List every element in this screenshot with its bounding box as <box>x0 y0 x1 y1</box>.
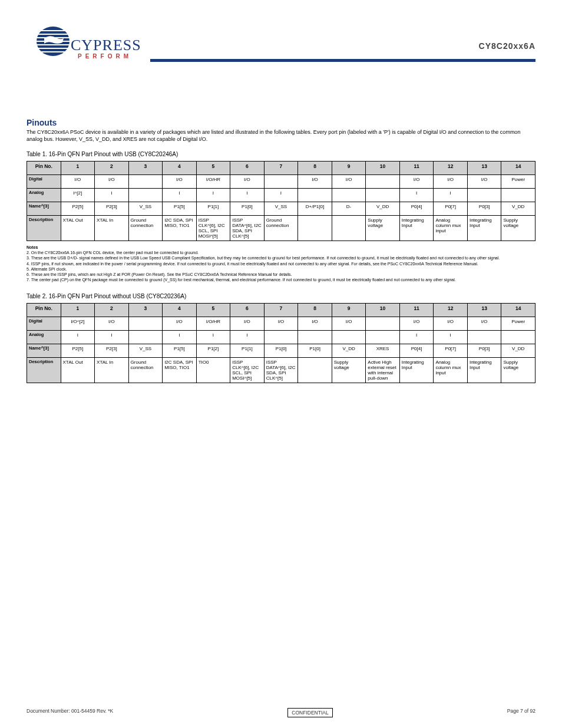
col-header: 1 <box>61 162 95 175</box>
col-header: 11 <box>399 162 434 175</box>
table-cell: I <box>95 189 129 202</box>
table-cell: P2[5] <box>61 344 95 357</box>
table-cell: Integrating Input <box>399 357 434 383</box>
table-cell: XTAL Out <box>61 357 95 383</box>
table-cell: I/O <box>163 317 197 330</box>
page: CYPRESS PERFORM CY8C20xx6A Pinouts The C… <box>0 0 562 728</box>
table-cell <box>366 175 400 189</box>
table-cell: Supply voltage <box>501 216 535 241</box>
page-footer: Document Number: 001-54459 Rev. *K CONFI… <box>27 708 535 717</box>
table-cell: I <box>434 330 468 344</box>
table-cell: Supply voltage <box>501 357 535 383</box>
table-cell <box>366 317 400 330</box>
table-cell: I <box>434 189 468 202</box>
section-description: The CY8C20xx6A PSoC device is available … <box>27 129 535 143</box>
table-cell: P0[3] <box>467 344 501 357</box>
col-header: 9 <box>332 303 366 317</box>
table-cell: I <box>196 189 230 202</box>
row-header: Analog <box>27 189 61 202</box>
col-header: 13 <box>467 162 501 175</box>
tagline-text: PERFORM <box>78 53 132 60</box>
table-cell: P1[2] <box>196 344 230 357</box>
table-cell: V_DD <box>366 202 400 216</box>
table-cell <box>467 189 501 202</box>
pinout-table: Pin No.1234567891011121314DigitalI/O^[2]… <box>27 303 535 383</box>
table-cell: P2[5] <box>61 202 95 216</box>
table-cell: P1[0] <box>230 202 265 216</box>
table-cell: P1[5] <box>163 202 197 216</box>
table-cell: I/O <box>399 317 434 330</box>
table-cell: P1[0] <box>298 344 332 357</box>
table-cell: I/O <box>61 175 95 189</box>
col-header: 1 <box>61 303 95 317</box>
row-header: Name^[3] <box>27 202 61 216</box>
col-header: 2 <box>95 162 129 175</box>
table-cell: Active High external reset with internal… <box>366 357 400 383</box>
col-header: 14 <box>501 162 535 175</box>
table-cell: P1[1] <box>230 344 265 357</box>
col-header: 3 <box>128 162 163 175</box>
col-header: 5 <box>196 303 230 317</box>
table-cell: Supply voltage <box>332 357 366 383</box>
col-header: 4 <box>163 162 197 175</box>
table-cell <box>332 216 366 241</box>
table-cell: I^[2] <box>61 189 95 202</box>
col-header: 12 <box>434 162 468 175</box>
table-cell: I/O <box>298 175 332 189</box>
col-header: 5 <box>196 162 230 175</box>
table-cell: I/O <box>467 317 501 330</box>
table-cell: I/O/HR <box>196 175 230 189</box>
table-cell: I/O^[2] <box>61 317 95 330</box>
col-header: 11 <box>399 303 434 317</box>
table-cell: I <box>61 330 95 344</box>
table-cell: I/O <box>95 317 129 330</box>
row-header: Description <box>27 216 61 241</box>
table-cell: I <box>230 330 265 344</box>
table-cell: Integrating Input <box>467 357 501 383</box>
col-header: 3 <box>128 303 163 317</box>
table-cell: XTAL Out <box>61 216 95 241</box>
table-cell: I/O <box>95 175 129 189</box>
table-cell: I/O/HR <box>196 317 230 330</box>
table-cell: P1[1] <box>196 202 230 216</box>
page-header: CYPRESS PERFORM CY8C20xx6A <box>27 24 535 77</box>
table-cell: V_SS <box>264 202 298 216</box>
row-header: Description <box>27 357 61 383</box>
footer-pagenum: Page 7 of 92 <box>507 708 535 717</box>
table-cell: ISSP DATA^[6], I2C SDA, SPI CLK^[5] <box>230 216 265 241</box>
table-cell: I/O <box>264 317 298 330</box>
table-cell: V_SS <box>128 202 163 216</box>
table-cell: I/O <box>332 175 366 189</box>
table-cell: P0[3] <box>467 202 501 216</box>
table-cell: V_DD <box>332 344 366 357</box>
table-cell: Power <box>501 175 535 189</box>
table-cell: I/O <box>230 317 265 330</box>
table-cell: V_DD <box>501 344 535 357</box>
col-header: 10 <box>366 162 400 175</box>
table-cell <box>128 189 163 202</box>
table-cell <box>366 189 400 202</box>
table-cell: I <box>399 189 434 202</box>
table-cell: Integrating Input <box>467 216 501 241</box>
table-caption: Table 1. 16-Pin QFN Part Pinout with USB… <box>27 151 535 157</box>
table-cell: I/O <box>230 175 265 189</box>
table-cell: P1[5] <box>163 344 197 357</box>
table-cell: I/O <box>467 175 501 189</box>
table-cell <box>298 330 332 344</box>
col-header: 8 <box>298 303 332 317</box>
row-header: Digital <box>27 317 61 330</box>
table-cell: I/O <box>163 175 197 189</box>
table-cell: ISSP CLK^[6], I2C SCL, SPI MOSI^[5] <box>230 357 265 383</box>
row-header: Digital <box>27 175 61 189</box>
col-header: 7 <box>264 303 298 317</box>
table-cell: I/O <box>434 175 468 189</box>
table-cell: P2[3] <box>95 344 129 357</box>
table-cell: ISSP CLK^[6], I2C SCL, SPI MOSI^[5] <box>196 216 230 241</box>
table-cell <box>298 357 332 383</box>
col-header: 8 <box>298 162 332 175</box>
table-cell: Ground connection <box>128 216 163 241</box>
footer-docnum: Document Number: 001-54459 Rev. *K <box>27 708 113 717</box>
part-number: CY8C20xx6A <box>479 41 535 51</box>
table-cell: D+/P1[0] <box>298 202 332 216</box>
table-cell <box>264 330 298 344</box>
